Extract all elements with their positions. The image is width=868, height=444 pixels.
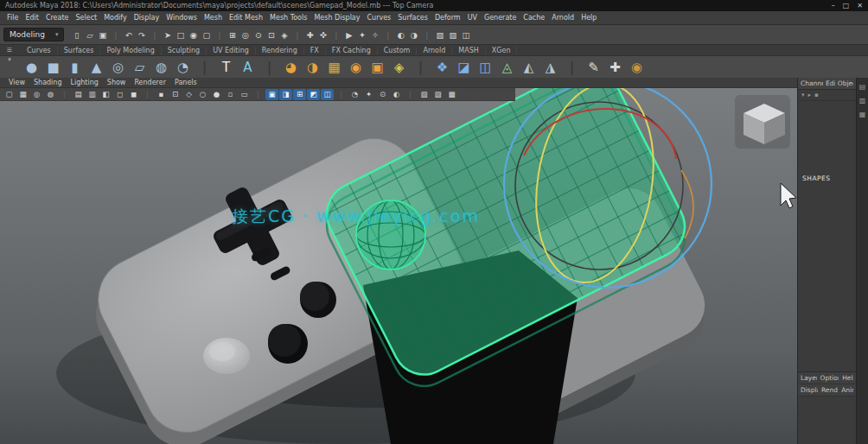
- shelf-tool-icon[interactable]: ◬: [496, 57, 518, 78]
- shelf-tool-icon[interactable]: ❖: [431, 57, 453, 78]
- status-line-icon[interactable]: ◈: [278, 28, 290, 41]
- status-line-icon[interactable]: ⊙: [252, 28, 265, 41]
- panel-toolbar-icon[interactable]: ◫: [321, 89, 334, 100]
- status-line-icon[interactable]: ▯: [70, 28, 83, 41]
- menu-item[interactable]: Modify: [100, 14, 131, 22]
- panel-menu-item[interactable]: Shading: [29, 79, 67, 86]
- shelf-tool-icon[interactable]: ◉: [626, 57, 648, 78]
- view-gizmo[interactable]: [735, 95, 790, 149]
- menu-item[interactable]: Create: [42, 14, 73, 22]
- shelf-tool-icon[interactable]: ◕: [280, 57, 302, 78]
- menu-item[interactable]: Display: [131, 14, 163, 22]
- menu-item[interactable]: Surfaces: [394, 14, 431, 22]
- shelf-tab[interactable]: FX: [304, 47, 326, 54]
- shelf-tool-icon[interactable]: ✎: [583, 57, 604, 78]
- status-line-icon[interactable]: |: [109, 28, 122, 41]
- menu-item[interactable]: Arnold: [548, 14, 578, 22]
- shelf-tab[interactable]: Surfaces: [58, 47, 101, 54]
- panel-toolbar-icon[interactable]: ⊡: [169, 89, 182, 100]
- status-line-icon[interactable]: ▶: [342, 28, 355, 41]
- shelf-tool-icon[interactable]: ◈: [388, 57, 410, 78]
- shelf-tab[interactable]: FX Caching: [326, 47, 378, 54]
- layer-editor-menu-item[interactable]: Options: [820, 374, 839, 382]
- status-line-icon[interactable]: |: [213, 28, 226, 41]
- status-line-icon[interactable]: ✚: [303, 28, 316, 41]
- shelf-tab[interactable]: Rendering: [256, 47, 304, 54]
- sidebar-toggle-icon[interactable]: ▤: [859, 83, 866, 91]
- layer-editor-tab[interactable]: Anim: [841, 386, 853, 394]
- window-control-button[interactable]: –: [832, 2, 835, 10]
- menu-item[interactable]: Edit: [22, 14, 42, 22]
- shelf-menu-icon[interactable]: ☰: [7, 47, 12, 54]
- panel-toolbar-icon[interactable]: ◎: [30, 89, 43, 100]
- menuset-dropdown[interactable]: Modeling ▾: [3, 28, 64, 41]
- panel-menu-item[interactable]: Renderer: [130, 79, 170, 86]
- status-line-icon[interactable]: ◑: [407, 28, 420, 41]
- shelf-tool-icon[interactable]: ▱: [129, 57, 150, 78]
- panel-toolbar-icon[interactable]: ◼: [127, 89, 140, 100]
- menu-item[interactable]: Windows: [163, 14, 201, 22]
- panel-toolbar-icon[interactable]: ▧: [418, 89, 431, 100]
- panel-toolbar-icon[interactable]: ◧: [99, 89, 112, 100]
- channel-box-tab[interactable]: Channels: [801, 79, 823, 87]
- menu-item[interactable]: File: [3, 14, 22, 22]
- shelf-tool-icon[interactable]: |: [410, 57, 431, 78]
- layer-editor-tab[interactable]: Render: [821, 386, 838, 394]
- status-line-icon[interactable]: □: [174, 28, 187, 41]
- shelf-tab[interactable]: Custom: [378, 47, 418, 54]
- status-line-icon[interactable]: |: [148, 28, 161, 41]
- shelf-tool-icon[interactable]: ◪: [453, 57, 475, 78]
- shelf-tool-icon[interactable]: ●: [21, 57, 42, 78]
- menu-item[interactable]: Help: [578, 14, 600, 22]
- status-line-icon[interactable]: ✧: [368, 28, 381, 41]
- shelf-tool-icon[interactable]: A: [237, 57, 258, 78]
- panel-toolbar-icon[interactable]: ▥: [86, 89, 99, 100]
- scene-canvas[interactable]: [0, 88, 797, 444]
- shelf-tab[interactable]: XGen: [486, 47, 518, 54]
- panel-toolbar-icon[interactable]: ◐: [390, 89, 403, 100]
- panel-toolbar-icon[interactable]: ⊙: [376, 89, 389, 100]
- menu-item[interactable]: Mesh Display: [310, 14, 363, 22]
- panel-menu-item[interactable]: View: [4, 79, 29, 86]
- shelf-tool-icon[interactable]: ▣: [367, 57, 388, 78]
- panel-toolbar-icon[interactable]: ◍: [44, 89, 57, 100]
- shelf-tool-icon[interactable]: ✚: [604, 57, 626, 78]
- status-line-icon[interactable]: ✦: [355, 28, 368, 41]
- shelf-tool-icon[interactable]: |: [194, 57, 215, 78]
- menu-item[interactable]: UV: [464, 14, 481, 22]
- channel-box-mini-icon[interactable]: ▸: [808, 92, 812, 98]
- shelf-tool-icon[interactable]: ◭: [518, 57, 539, 78]
- panel-toolbar-icon[interactable]: ▭: [238, 89, 251, 100]
- status-line-icon[interactable]: ▢: [200, 28, 213, 41]
- status-line-icon[interactable]: ▣: [96, 28, 109, 41]
- shelf-tab[interactable]: UV Editing: [207, 47, 256, 54]
- status-line-icon[interactable]: ▧: [433, 28, 446, 41]
- window-control-button[interactable]: □: [843, 2, 850, 10]
- status-line-icon[interactable]: ◐: [394, 28, 407, 41]
- panel-toolbar-icon[interactable]: |: [404, 89, 417, 100]
- panel-menu-item[interactable]: Lighting: [66, 79, 102, 86]
- channel-box-tab[interactable]: Edit: [826, 79, 835, 87]
- panel-toolbar-icon[interactable]: ○: [196, 89, 209, 100]
- shelf-tool-icon[interactable]: ◎: [107, 57, 129, 78]
- panel-toolbar-icon[interactable]: ▢: [3, 89, 16, 100]
- shelf-tool-icon[interactable]: |: [561, 57, 583, 78]
- layer-editor-tab[interactable]: Display: [801, 386, 818, 394]
- status-line-icon[interactable]: ✜: [316, 28, 329, 41]
- shelf-tool-icon[interactable]: T: [215, 57, 237, 78]
- shelf-tool-icon[interactable]: ▦: [323, 57, 345, 78]
- status-line-icon[interactable]: ◎: [239, 28, 252, 41]
- shelf-tool-icon[interactable]: ◍: [150, 57, 172, 78]
- shelf-tool-icon[interactable]: ◔: [172, 57, 194, 78]
- shelf-tool-icon[interactable]: ◉: [345, 57, 367, 78]
- menu-item[interactable]: Curves: [363, 14, 394, 22]
- panel-toolbar-icon[interactable]: ▪: [155, 89, 168, 100]
- panel-toolbar-icon[interactable]: ▩: [445, 89, 458, 100]
- status-line-icon[interactable]: ⊞: [226, 28, 239, 41]
- layer-editor-menu-item[interactable]: Help: [842, 374, 853, 382]
- panel-toolbar-icon[interactable]: ◔: [348, 89, 361, 100]
- panel-toolbar-icon[interactable]: ▤: [72, 89, 85, 100]
- shelf-tool-icon[interactable]: ■: [42, 57, 64, 78]
- status-line-icon[interactable]: ↷: [135, 28, 148, 41]
- menu-item[interactable]: Mesh Tools: [266, 14, 310, 22]
